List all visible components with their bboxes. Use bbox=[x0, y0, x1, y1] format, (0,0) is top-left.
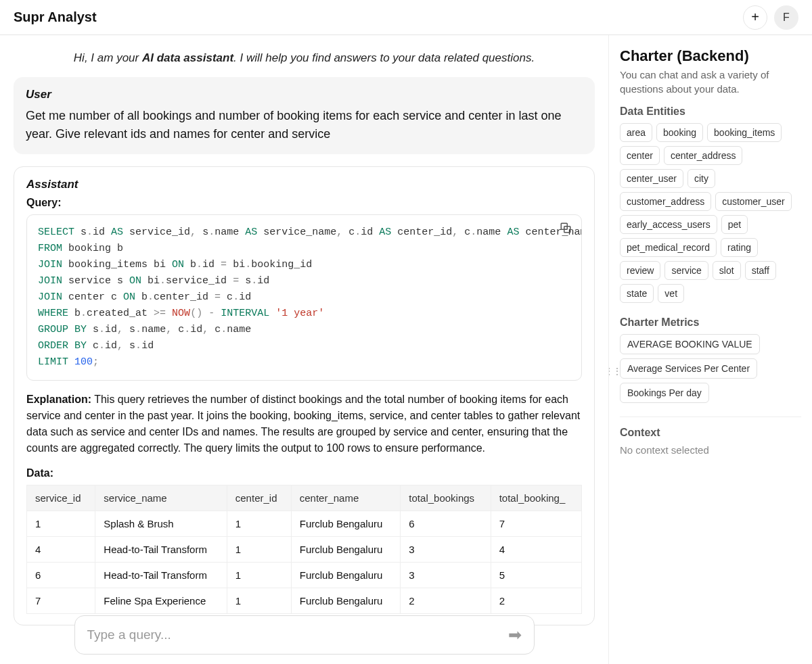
table-body: 1Splash & Brush1Furclub Bengaluru674Head… bbox=[27, 511, 582, 614]
table-cell: Furclub Bengaluru bbox=[291, 588, 401, 614]
plus-icon: + bbox=[751, 9, 759, 25]
app-header: Supr Analyst + F bbox=[0, 0, 812, 35]
query-label: Query: bbox=[26, 197, 582, 209]
metric-chip[interactable]: Average Services Per Center bbox=[620, 358, 757, 379]
user-message-box: User Get me number of all bookings and n… bbox=[14, 77, 595, 154]
intro-text: Hi, I am your AI data assistant. I will … bbox=[14, 51, 595, 65]
table-cell: 4 bbox=[27, 537, 95, 563]
entity-chip[interactable]: review bbox=[620, 261, 660, 280]
table-row: 7Feline Spa Experience1Furclub Bengaluru… bbox=[27, 588, 582, 614]
entity-chip[interactable]: center_address bbox=[664, 146, 743, 165]
metric-chip[interactable]: Bookings Per day bbox=[620, 383, 709, 403]
column-header[interactable]: center_id bbox=[227, 485, 291, 511]
table-row: 4Head-to-Tail Transform1Furclub Bengalur… bbox=[27, 537, 582, 563]
table-cell: 1 bbox=[27, 511, 95, 537]
table-row: 6Head-to-Tail Transform1Furclub Bengalur… bbox=[27, 563, 582, 588]
entity-chip[interactable]: rating bbox=[721, 238, 758, 257]
table-row: 1Splash & Brush1Furclub Bengaluru67 bbox=[27, 511, 582, 537]
send-button[interactable]: ➡ bbox=[508, 625, 522, 644]
table-cell: 6 bbox=[27, 563, 95, 588]
divider bbox=[620, 417, 801, 417]
entity-chip[interactable]: center_user bbox=[620, 169, 683, 188]
entity-chip[interactable]: booking bbox=[656, 123, 703, 142]
explanation: Explanation: This query retrieves the nu… bbox=[26, 392, 582, 456]
header-actions: + F bbox=[743, 5, 798, 30]
sidebar-subtitle: You can chat and ask a variety of questi… bbox=[620, 68, 801, 96]
table-cell: 7 bbox=[27, 588, 95, 614]
metrics-label: Charter Metrics bbox=[620, 316, 801, 329]
entity-chip[interactable]: pet_medical_record bbox=[620, 238, 717, 257]
column-header[interactable]: service_id bbox=[27, 485, 95, 511]
intro-bold: AI data assistant bbox=[142, 51, 233, 64]
entity-chip[interactable]: staff bbox=[745, 261, 776, 280]
resize-handle[interactable]: ⋮⋮ bbox=[609, 366, 621, 376]
entity-chip[interactable]: city bbox=[687, 169, 715, 188]
table-cell: 1 bbox=[227, 511, 291, 537]
assistant-label: Assistant bbox=[26, 178, 582, 191]
entity-chip[interactable]: center bbox=[620, 146, 660, 165]
metric-chip[interactable]: AVERAGE BOOKING VALUE bbox=[620, 334, 760, 354]
table-cell: 2 bbox=[491, 588, 581, 614]
table-cell: Head-to-Tail Transform bbox=[95, 537, 227, 563]
table-cell: 4 bbox=[491, 537, 581, 563]
entity-chip[interactable]: customer_address bbox=[620, 192, 711, 211]
intro-prefix: Hi, I am your bbox=[74, 51, 142, 64]
entity-chip[interactable]: vet bbox=[658, 284, 684, 303]
entity-chip[interactable]: state bbox=[620, 284, 654, 303]
table-cell: 3 bbox=[401, 563, 491, 588]
column-header[interactable]: total_booking_ bbox=[491, 485, 581, 511]
new-chat-button[interactable]: + bbox=[743, 5, 767, 30]
table-cell: Splash & Brush bbox=[95, 511, 227, 537]
sql-code-block: SELECT s.id AS service_id, s.name AS ser… bbox=[26, 214, 582, 381]
column-header[interactable]: service_name bbox=[95, 485, 227, 511]
intro-suffix: . I will help you find answers to your d… bbox=[233, 51, 535, 64]
entity-chip[interactable]: booking_items bbox=[707, 123, 782, 142]
explanation-label: Explanation: bbox=[26, 394, 91, 405]
table-cell: 6 bbox=[401, 511, 491, 537]
table-cell: Head-to-Tail Transform bbox=[95, 563, 227, 588]
table-cell: 1 bbox=[227, 563, 291, 588]
metrics-list: AVERAGE BOOKING VALUEAverage Services Pe… bbox=[620, 334, 801, 403]
entities-list: areabookingbooking_itemscentercenter_add… bbox=[620, 123, 801, 303]
query-input[interactable] bbox=[87, 627, 508, 642]
query-input-bar: ➡ bbox=[74, 615, 535, 655]
copy-icon bbox=[560, 222, 572, 234]
table-cell: Furclub Bengaluru bbox=[291, 537, 401, 563]
table-header-row: service_idservice_namecenter_idcenter_na… bbox=[27, 485, 582, 511]
table-cell: 7 bbox=[491, 511, 581, 537]
table-cell: Feline Spa Experience bbox=[95, 588, 227, 614]
entity-chip[interactable]: area bbox=[620, 123, 652, 142]
avatar-initial: F bbox=[783, 11, 790, 24]
context-empty: No context selected bbox=[620, 444, 801, 456]
entities-label: Data Entities bbox=[620, 105, 801, 118]
table-cell: Furclub Bengaluru bbox=[291, 511, 401, 537]
table-cell: Furclub Bengaluru bbox=[291, 563, 401, 588]
chat-main: Hi, I am your AI data assistant. I will … bbox=[0, 35, 609, 664]
table-cell: 5 bbox=[491, 563, 581, 588]
user-message-text: Get me number of all bookings and number… bbox=[26, 107, 583, 143]
assistant-message-box: Assistant Query: SELECT s.id AS service_… bbox=[14, 166, 595, 625]
entity-chip[interactable]: slot bbox=[713, 261, 741, 280]
sidebar: ⋮⋮ Charter (Backend) You can chat and as… bbox=[609, 35, 812, 664]
explanation-text: This query retrieves the number of disti… bbox=[26, 394, 580, 454]
context-label: Context bbox=[620, 427, 801, 439]
input-bar-wrap: ➡ bbox=[0, 615, 608, 655]
entity-chip[interactable]: customer_user bbox=[715, 192, 792, 211]
table-cell: 2 bbox=[401, 588, 491, 614]
user-label: User bbox=[26, 88, 583, 101]
entity-chip[interactable]: service bbox=[664, 261, 708, 280]
arrow-right-icon: ➡ bbox=[508, 625, 522, 644]
table-cell: 1 bbox=[227, 588, 291, 614]
entity-chip[interactable]: pet bbox=[721, 215, 748, 234]
data-label: Data: bbox=[26, 467, 582, 479]
app-title: Supr Analyst bbox=[14, 9, 97, 25]
user-avatar[interactable]: F bbox=[774, 5, 798, 30]
copy-button[interactable] bbox=[560, 222, 574, 237]
column-header[interactable]: center_name bbox=[291, 485, 401, 511]
table-cell: 3 bbox=[401, 537, 491, 563]
entity-chip[interactable]: early_access_users bbox=[620, 215, 717, 234]
column-header[interactable]: total_bookings bbox=[401, 485, 491, 511]
table-cell: 1 bbox=[227, 537, 291, 563]
sidebar-title: Charter (Backend) bbox=[620, 47, 801, 65]
results-table: service_idservice_namecenter_idcenter_na… bbox=[26, 485, 582, 614]
